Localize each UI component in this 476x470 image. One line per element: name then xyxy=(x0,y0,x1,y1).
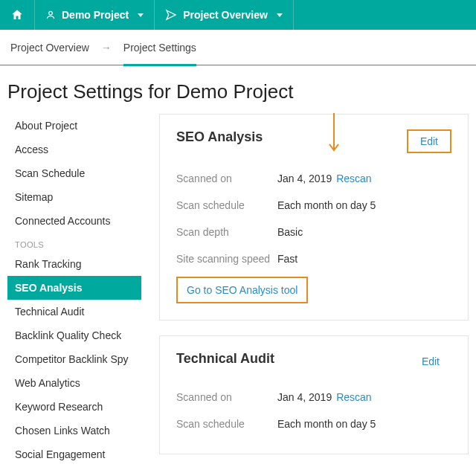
breadcrumb: Project Overview → Project Settings xyxy=(0,30,476,65)
chevron-down-icon xyxy=(277,13,283,17)
sidebar-item-backlink-quality[interactable]: Backlink Quality Check xyxy=(7,323,141,347)
card-title: Technical Audit xyxy=(176,351,274,367)
row-label: Scanned on xyxy=(176,391,277,403)
main-column: SEO Analysis Edit Scanned on Jan 4, 2019… xyxy=(159,114,469,454)
project-switcher-label: Demo Project xyxy=(62,9,129,21)
card-seo-analysis: SEO Analysis Edit Scanned on Jan 4, 2019… xyxy=(159,114,469,321)
edit-button[interactable]: Edit xyxy=(410,351,451,372)
sidebar-item-keyword-research[interactable]: Keyword Research xyxy=(7,395,141,419)
top-nav: Demo Project Project Overview xyxy=(0,0,476,30)
sidebar-item-chosen-links[interactable]: Chosen Links Watch xyxy=(7,419,141,442)
sidebar-heading-tools: TOOLS xyxy=(7,233,141,252)
home-icon xyxy=(10,8,24,22)
row-value: Each month on day 5 xyxy=(277,418,376,430)
project-switcher[interactable]: Demo Project xyxy=(35,0,155,30)
row-value: Jan 4, 2019 xyxy=(277,173,332,184)
sidebar-item-competitor-backlink[interactable]: Competitor Backlink Spy xyxy=(7,347,141,371)
breadcrumb-separator: → xyxy=(101,42,112,54)
sidebar-item-access[interactable]: Access xyxy=(7,138,141,161)
overview-icon xyxy=(165,9,177,21)
rescan-link[interactable]: Rescan xyxy=(336,173,371,184)
breadcrumb-item[interactable]: Project Overview xyxy=(10,42,89,54)
edit-button[interactable]: Edit xyxy=(407,129,451,153)
row-label: Scanned on xyxy=(176,173,277,184)
row-scan-schedule: Scan schedule Each month on day 5 xyxy=(176,411,451,437)
row-scanned-on: Scanned on Jan 4, 2019 Rescan xyxy=(176,165,451,192)
sidebar-item-about[interactable]: About Project xyxy=(7,114,141,138)
row-value: Basic xyxy=(277,226,303,238)
chevron-down-icon xyxy=(138,13,144,17)
sidebar-item-scan-schedule[interactable]: Scan Schedule xyxy=(7,161,141,185)
sidebar-item-social-engagement[interactable]: Social Engagement xyxy=(7,442,141,466)
sidebar-item-web-analytics[interactable]: Web Analytics xyxy=(7,371,141,395)
sidebar-item-sitemap[interactable]: Sitemap xyxy=(7,185,141,209)
row-label: Scan depth xyxy=(176,226,277,238)
row-scan-speed: Site scanning speed Fast xyxy=(176,245,451,272)
row-scan-depth: Scan depth Basic xyxy=(176,219,451,245)
user-icon xyxy=(45,10,56,20)
sidebar-item-rank-tracking[interactable]: Rank Tracking xyxy=(7,252,141,276)
row-value: Jan 4, 2019 xyxy=(277,391,332,403)
breadcrumb-item-active[interactable]: Project Settings xyxy=(123,30,196,65)
row-scan-schedule: Scan schedule Each month on day 5 xyxy=(176,192,451,219)
row-label: Scan schedule xyxy=(176,418,277,430)
section-switcher[interactable]: Project Overview xyxy=(155,0,294,30)
sidebar-item-seo-analysis[interactable]: SEO Analysis xyxy=(7,276,141,300)
sidebar-item-technical-audit[interactable]: Technical Audit xyxy=(7,300,141,323)
settings-sidebar: About Project Access Scan Schedule Sitem… xyxy=(7,114,141,466)
row-value: Each month on day 5 xyxy=(277,199,376,211)
page-title: Project Settings for Demo Project xyxy=(7,80,469,103)
rescan-link[interactable]: Rescan xyxy=(336,391,371,403)
go-to-tool-button[interactable]: Go to SEO Analysis tool xyxy=(176,277,308,303)
go-to-tool-label: Go to SEO Analysis tool xyxy=(187,284,298,296)
card-title: SEO Analysis xyxy=(176,129,263,145)
row-label: Scan schedule xyxy=(176,199,277,211)
row-scanned-on: Scanned on Jan 4, 2019 Rescan xyxy=(176,384,451,411)
row-value: Fast xyxy=(277,253,298,265)
card-technical-audit: Technical Audit Edit Scanned on Jan 4, 2… xyxy=(159,335,469,454)
svg-point-0 xyxy=(49,11,53,15)
sidebar-item-connected-accounts[interactable]: Connected Accounts xyxy=(7,209,141,233)
row-label: Site scanning speed xyxy=(176,253,277,265)
home-button[interactable] xyxy=(0,0,35,30)
section-switcher-label: Project Overview xyxy=(183,9,268,21)
